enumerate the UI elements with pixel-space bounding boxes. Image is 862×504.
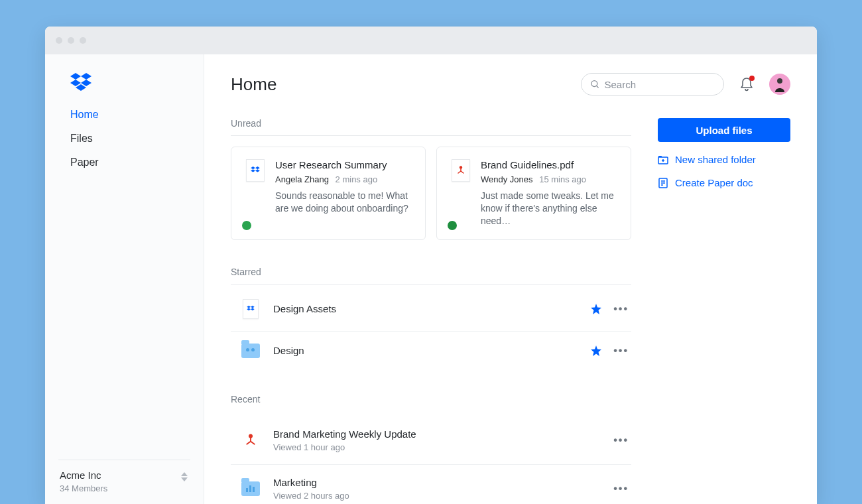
pdf-file-icon bbox=[244, 434, 257, 447]
unread-message: Just made some tweaks. Let me know if th… bbox=[481, 190, 619, 227]
recent-list: Brand Marketing Weekly Update Viewed 1 h… bbox=[231, 416, 631, 504]
page-title: Home bbox=[231, 74, 277, 95]
section-starred-label: Starred bbox=[231, 267, 631, 284]
unread-title: User Research Summary bbox=[275, 159, 413, 170]
sidebar-nav: Home Files Paper bbox=[45, 103, 204, 168]
more-menu-button[interactable]: ••• bbox=[613, 434, 629, 446]
app-window: Home Files Paper Acme Inc 34 Members Hom… bbox=[45, 27, 817, 504]
recent-subtitle: Viewed 1 hour ago bbox=[273, 442, 601, 452]
unread-message: Sounds reasonable to me! What are we doi… bbox=[275, 190, 413, 215]
recent-title: Marketing bbox=[273, 477, 601, 488]
avatar-icon bbox=[773, 76, 786, 92]
svg-rect-4 bbox=[249, 485, 251, 492]
starred-list: Design Assets ••• bbox=[231, 287, 631, 370]
window-control-maximize[interactable] bbox=[80, 37, 86, 44]
search-box[interactable] bbox=[581, 73, 724, 95]
svg-point-0 bbox=[591, 81, 597, 87]
create-paper-doc-link[interactable]: Create Paper doc bbox=[658, 177, 790, 188]
starred-row[interactable]: Design ••• bbox=[231, 332, 631, 370]
sidebar-item-files[interactable]: Files bbox=[70, 133, 204, 145]
app-logo[interactable] bbox=[45, 54, 204, 103]
action-label: New shared folder bbox=[675, 154, 756, 165]
upload-button[interactable]: Upload files bbox=[658, 118, 790, 142]
window-titlebar bbox=[45, 27, 817, 54]
unread-author: Wendy Jones bbox=[481, 174, 533, 184]
topbar: Home bbox=[231, 73, 790, 95]
actions-panel: Upload files New shared folder bbox=[658, 118, 790, 504]
account-chevron-icon bbox=[181, 472, 188, 481]
window-control-close[interactable] bbox=[56, 37, 62, 44]
section-unread-label: Unread bbox=[231, 118, 631, 136]
more-menu-button[interactable]: ••• bbox=[613, 483, 629, 495]
account-members: 34 Members bbox=[60, 483, 190, 493]
pdf-file-icon bbox=[452, 159, 470, 182]
author-avatar bbox=[241, 220, 253, 231]
unread-cards: User Research Summary Angela Zhang 2 min… bbox=[231, 147, 631, 240]
starred-title: Design bbox=[273, 345, 579, 356]
author-avatar bbox=[446, 220, 458, 231]
sidebar-item-home[interactable]: Home bbox=[70, 109, 204, 121]
shared-folder-icon bbox=[241, 344, 260, 358]
account-switcher[interactable]: Acme Inc 34 Members bbox=[58, 460, 190, 504]
action-label: Create Paper doc bbox=[675, 177, 753, 188]
user-avatar[interactable] bbox=[769, 74, 790, 95]
recent-row[interactable]: Brand Marketing Weekly Update Viewed 1 h… bbox=[231, 416, 631, 465]
svg-rect-5 bbox=[253, 487, 255, 492]
dropbox-icon bbox=[70, 73, 92, 92]
window-control-minimize[interactable] bbox=[68, 37, 74, 44]
starred-row[interactable]: Design Assets ••• bbox=[231, 287, 631, 332]
account-name: Acme Inc bbox=[60, 470, 190, 481]
notifications-button[interactable] bbox=[740, 77, 753, 92]
unread-card[interactable]: Brand Guidelines.pdf Wendy Jones 15 mins… bbox=[436, 147, 631, 240]
svg-line-1 bbox=[597, 86, 599, 88]
svg-point-2 bbox=[777, 78, 782, 84]
starred-title: Design Assets bbox=[273, 303, 579, 314]
shared-folder-icon bbox=[658, 155, 668, 165]
unread-card[interactable]: User Research Summary Angela Zhang 2 min… bbox=[231, 147, 426, 240]
main-content: Home bbox=[204, 54, 817, 504]
recent-title: Brand Marketing Weekly Update bbox=[273, 428, 601, 440]
dropbox-file-icon bbox=[243, 299, 259, 319]
unread-time: 15 mins ago bbox=[539, 174, 586, 184]
section-recent-label: Recent bbox=[231, 394, 631, 411]
more-menu-button[interactable]: ••• bbox=[613, 303, 629, 315]
recent-subtitle: Viewed 2 hours ago bbox=[273, 491, 601, 501]
svg-rect-3 bbox=[246, 488, 248, 492]
folder-icon bbox=[241, 481, 260, 496]
sidebar-item-paper[interactable]: Paper bbox=[70, 157, 204, 168]
star-icon[interactable] bbox=[591, 304, 601, 314]
unread-author: Angela Zhang bbox=[275, 174, 329, 184]
search-icon bbox=[591, 80, 599, 89]
sidebar: Home Files Paper Acme Inc 34 Members bbox=[45, 54, 204, 504]
unread-time: 2 mins ago bbox=[336, 174, 378, 184]
star-icon[interactable] bbox=[591, 346, 601, 356]
more-menu-button[interactable]: ••• bbox=[613, 345, 629, 357]
recent-row[interactable]: Marketing Viewed 2 hours ago ••• bbox=[231, 465, 631, 504]
new-shared-folder-link[interactable]: New shared folder bbox=[658, 154, 790, 165]
notification-badge bbox=[749, 76, 755, 81]
paper-doc-icon bbox=[658, 178, 668, 188]
unread-title: Brand Guidelines.pdf bbox=[481, 159, 619, 170]
search-input[interactable] bbox=[604, 79, 714, 90]
dropbox-file-icon bbox=[246, 159, 265, 182]
